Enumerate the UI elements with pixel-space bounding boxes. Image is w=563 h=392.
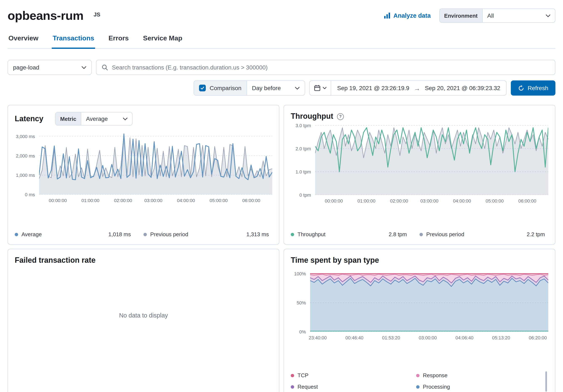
latency-panel: Latency Metric Average 3,000 ms2,000 ms1… bbox=[8, 105, 279, 245]
x-axis: 23:40:0000:46:4001:53:2003:00:0004:06:40… bbox=[310, 335, 548, 341]
calendar-icon bbox=[314, 85, 321, 91]
agent-badge: JS bbox=[94, 11, 100, 18]
y-axis-tick: 100% bbox=[294, 271, 306, 276]
x-axis-tick: 23:40:00 bbox=[309, 335, 327, 340]
y-axis: 3.0 tpm2.0 tpm1.0 tpm0 tpm bbox=[291, 124, 315, 195]
quick-select-button[interactable] bbox=[310, 81, 331, 95]
y-axis-tick: 0 ms bbox=[25, 192, 35, 197]
comparison-group: Comparison Day before bbox=[194, 80, 305, 96]
legend-scrollbar[interactable] bbox=[545, 371, 547, 392]
span-type-panel-header: Time spent by span type bbox=[291, 256, 548, 265]
page-header: opbeans-rum JS Analyze data Environment … bbox=[8, 0, 555, 23]
legend-label: Response bbox=[423, 372, 448, 379]
help-icon[interactable]: ? bbox=[337, 113, 344, 120]
chevron-down-icon bbox=[123, 117, 128, 120]
x-axis-tick: 04:06:40 bbox=[456, 335, 473, 340]
x-axis-tick: 01:00:00 bbox=[81, 198, 100, 203]
legend-value: 2.2 tpm bbox=[527, 231, 545, 237]
y-axis-tick: 0 tpm bbox=[299, 192, 311, 197]
x-axis-tick: 06:00:00 bbox=[518, 198, 536, 203]
tab-errors[interactable]: Errors bbox=[108, 32, 130, 49]
x-axis-tick: 05:13:20 bbox=[492, 335, 510, 340]
legend-label: Throughput bbox=[297, 231, 325, 237]
x-axis-tick: 01:00:00 bbox=[358, 198, 376, 203]
checkbox-checked-icon bbox=[199, 85, 206, 91]
chart-svg bbox=[39, 131, 272, 195]
tab-transactions[interactable]: Transactions bbox=[52, 32, 95, 49]
panel-title: Throughput bbox=[291, 112, 333, 121]
legend-item-processing[interactable]: Processing bbox=[416, 384, 541, 390]
legend-dot bbox=[416, 385, 420, 388]
refresh-button[interactable]: Refresh bbox=[511, 80, 555, 96]
failed-rate-panel-header: Failed transaction rate bbox=[15, 256, 272, 265]
environment-value: All bbox=[487, 12, 494, 19]
latency-metric-select[interactable]: Metric Average bbox=[55, 112, 133, 125]
date-end[interactable]: Sep 20, 2021 @ 06:39:23.32 bbox=[425, 85, 500, 91]
latency-panel-header: Latency Metric Average bbox=[15, 112, 272, 125]
legend-dot bbox=[416, 374, 420, 377]
x-axis-tick: 02:00:00 bbox=[114, 198, 132, 203]
y-axis-tick: 2,000 ms bbox=[16, 153, 35, 158]
x-axis: 00:00:0001:00:0002:00:0003:00:0004:00:00… bbox=[315, 198, 548, 204]
legend-value: 1,313 ms bbox=[246, 231, 269, 237]
legend-item-average[interactable]: Average1,018 ms bbox=[15, 231, 143, 237]
throughput-chart: 3.0 tpm2.0 tpm1.0 tpm0 tpm 00:00:0001:00… bbox=[291, 124, 548, 204]
refresh-icon bbox=[518, 85, 524, 91]
tab-overview[interactable]: Overview bbox=[8, 32, 39, 49]
transaction-type-value: page-load bbox=[13, 64, 39, 71]
time-filter-bar: Comparison Day before Sep 19, 2021 @ 23:… bbox=[8, 80, 555, 96]
legend-item-response[interactable]: Response bbox=[416, 372, 541, 379]
comparison-checkbox[interactable]: Comparison bbox=[194, 81, 247, 95]
date-picker: Sep 19, 2021 @ 23:26:19.9 → Sep 20, 2021… bbox=[309, 80, 507, 96]
y-axis: 3,000 ms2,000 ms1,000 ms0 ms bbox=[15, 131, 39, 195]
transaction-type-select[interactable]: page-load bbox=[8, 60, 92, 75]
x-axis-tick: 05:00:00 bbox=[210, 198, 228, 203]
legend-label: Average bbox=[22, 231, 42, 237]
bar-chart-icon bbox=[384, 12, 390, 19]
x-axis-tick: 00:00:00 bbox=[49, 198, 67, 203]
panel-title: Time spent by span type bbox=[291, 256, 379, 265]
analyze-data-link[interactable]: Analyze data bbox=[384, 12, 431, 19]
legend-item-throughput[interactable]: Throughput2.8 tpm bbox=[291, 231, 420, 237]
legend-label: Request bbox=[297, 384, 318, 390]
x-axis-tick: 03:00:00 bbox=[144, 198, 162, 203]
y-axis-tick: 3.0 tpm bbox=[295, 123, 311, 128]
x-axis-tick: 03:00:00 bbox=[420, 198, 438, 203]
refresh-label: Refresh bbox=[528, 85, 548, 91]
search-input[interactable] bbox=[112, 64, 550, 71]
x-axis-tick: 06:20:00 bbox=[529, 335, 547, 340]
plot-area bbox=[315, 124, 548, 195]
y-axis: 100%50%0% bbox=[291, 271, 310, 332]
no-data-message: No data to display bbox=[15, 265, 272, 366]
legend-label: Previous period bbox=[426, 231, 464, 237]
environment-select[interactable]: Environment All bbox=[439, 8, 555, 23]
legend-item-previous-period[interactable]: Previous period1,313 ms bbox=[143, 231, 272, 237]
legend-item-tcp[interactable]: TCP bbox=[291, 372, 416, 379]
environment-label: Environment bbox=[439, 9, 483, 22]
date-start[interactable]: Sep 19, 2021 @ 23:26:19.9 bbox=[337, 85, 409, 91]
analyze-data-label: Analyze data bbox=[393, 12, 431, 19]
x-axis-tick: 05:00:00 bbox=[486, 198, 504, 203]
header-actions: Analyze data Environment All bbox=[384, 8, 555, 23]
comparison-label: Comparison bbox=[210, 85, 242, 91]
legend-dot bbox=[291, 233, 294, 236]
date-range: Sep 19, 2021 @ 23:26:19.9 → Sep 20, 2021… bbox=[331, 81, 506, 95]
tabs: OverviewTransactionsErrorsService Map bbox=[8, 32, 555, 49]
legend-dot bbox=[143, 233, 147, 236]
failed-transaction-rate-panel: Failed transaction rate No data to displ… bbox=[8, 249, 279, 392]
latency-chart: 3,000 ms2,000 ms1,000 ms0 ms 00:00:0001:… bbox=[15, 131, 272, 204]
chart-legend: Throughput2.8 tpmPrevious period2.2 tpm bbox=[291, 224, 548, 237]
legend-item-previous-period[interactable]: Previous period2.2 tpm bbox=[420, 231, 548, 237]
x-axis: 00:00:0001:00:0002:00:0003:00:0004:00:00… bbox=[39, 198, 272, 204]
charts-grid: Latency Metric Average 3,000 ms2,000 ms1… bbox=[8, 105, 555, 392]
comparison-period-select[interactable]: Day before bbox=[247, 81, 305, 95]
tab-service-map[interactable]: Service Map bbox=[142, 32, 183, 49]
throughput-panel-header: Throughput ? bbox=[291, 112, 548, 121]
x-axis-tick: 01:53:20 bbox=[382, 335, 400, 340]
legend-value: 2.8 tpm bbox=[389, 231, 407, 237]
search-box bbox=[96, 60, 555, 75]
legend-item-request[interactable]: Request bbox=[291, 384, 416, 390]
legend-dot bbox=[15, 233, 18, 236]
legend-dot bbox=[291, 374, 294, 377]
x-axis-tick: 06:00:00 bbox=[242, 198, 260, 203]
